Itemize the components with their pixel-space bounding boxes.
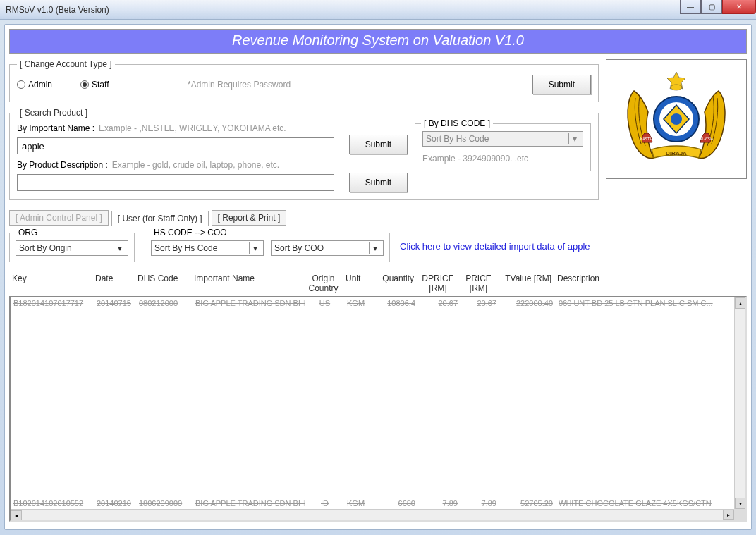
chevron-down-icon: ▾ [369,242,380,254]
dhs-legend: [ By DHS CODE ] [421,118,493,128]
product-desc-input[interactable] [17,174,334,191]
hscode-coo-filter-group: HS CODE --> COO Sort By Hs Code ▾ Sort B… [145,233,390,262]
chevron-down-icon: ▾ [249,242,260,254]
org-combo[interactable]: Sort By Origin ▾ [16,240,128,256]
svg-text:MALAYSIA: MALAYSIA [697,137,713,141]
search-name-submit-button[interactable]: Submit [349,135,408,154]
col-price[interactable]: PRICE [RM] [459,273,498,293]
radio-staff[interactable]: Staff [80,80,109,90]
table-row[interactable]: B182014107017717 20140715 080212000 BIG … [11,297,745,309]
admin-hint: *Admin Requires Password [188,80,524,90]
customs-emblem-icon: KASTAM MALAYSIA DIRAJA [613,66,740,172]
radio-admin[interactable]: Admin [17,80,52,90]
vertical-scrollbar[interactable]: ▴ ▾ [734,297,745,509]
col-desc[interactable]: Description [554,273,747,293]
hscode-combo[interactable]: Sort By Hs Code ▾ [151,240,264,256]
svg-point-2 [671,113,682,125]
col-key[interactable]: Key [9,273,92,293]
search-product-group: [ Search Product ] By Important Name : E… [9,108,599,200]
scroll-right-icon[interactable]: ▸ [723,510,734,520]
col-dhscode[interactable]: DHS Code [135,273,191,293]
dhs-hint: Example - 3924909090. .etc [422,154,583,164]
scroll-corner [734,509,745,520]
tab-user-staff[interactable]: [ User (for Staff Only) ] [111,211,209,226]
radio-staff-dot [80,80,89,89]
scroll-left-icon[interactable]: ◂ [11,510,22,521]
by-desc-hint: Example - gold, crude oil, laptop, phone… [112,160,279,170]
org-filter-group: ORG Sort By Origin ▾ [9,233,135,262]
important-name-input[interactable] [17,137,334,154]
col-tvalue[interactable]: TValue [RM] [498,273,554,293]
dhs-hscode-combo[interactable]: Sort By Hs Code ▾ [422,131,583,147]
col-unit[interactable]: Unit [343,273,374,293]
radio-admin-dot [17,80,25,89]
main-panel: Revenue Monitoring System on Valuation V… [4,24,752,530]
chevron-down-icon: ▾ [114,242,125,254]
dhs-code-group: [ By DHS CODE ] Sort By Hs Code ▾ Exampl… [415,123,591,171]
by-desc-label: By Product Description : [17,160,108,170]
search-legend: [ Search Product ] [17,108,90,118]
hscode-coo-legend: HS CODE --> COO [151,228,230,238]
maximize-button[interactable]: ▢ [701,0,722,14]
search-desc-submit-button[interactable]: Submit [349,173,408,192]
chevron-down-icon: ▾ [568,133,580,144]
scroll-down-icon[interactable]: ▾ [735,498,745,509]
account-legend: [ Change Account Type ] [17,59,115,69]
svg-text:KASTAM: KASTAM [640,137,654,141]
col-origin[interactable]: Origin Country [304,273,343,293]
window-titlebar: RMSoV v1.0 (Beta Version) — ▢ ✕ [0,0,756,20]
emblem-box: KASTAM MALAYSIA DIRAJA [606,59,747,179]
grid-body[interactable]: B182014107017717 20140715 080212000 BIG … [9,296,747,522]
table-row[interactable]: B102014102010552 20140210 1806209000 BIG… [11,498,734,509]
col-date[interactable]: Date [92,273,135,293]
account-submit-button[interactable]: Submit [532,75,591,94]
col-qty[interactable]: Quantity [374,273,417,293]
account-type-group: [ Change Account Type ] Admin Staff *Adm… [9,59,599,102]
by-name-label: By Important Name : [17,123,94,133]
coo-combo[interactable]: Sort By COO ▾ [271,240,384,256]
svg-text:DIRAJA: DIRAJA [666,150,687,156]
col-dprice[interactable]: DPRICE [RM] [417,273,459,293]
org-legend: ORG [16,228,40,238]
view-detail-link[interactable]: Click here to view detailed import data … [400,233,590,252]
app-banner: Revenue Monitoring System on Valuation V… [9,29,747,54]
tab-admin-panel[interactable]: [ Admin Control Panel ] [9,210,109,226]
minimize-button[interactable]: — [680,0,701,14]
by-name-hint: Example - ,NESTLE, WRIGLEY, YOKOHAMA etc… [99,123,286,133]
col-impname[interactable]: Important Name [191,273,304,293]
scroll-up-icon[interactable]: ▴ [735,297,745,309]
data-grid: Key Date DHS Code Important Name Origin … [9,271,747,522]
window-title: RMSoV v1.0 (Beta Version) [6,5,109,15]
tabs: [ Admin Control Panel ] [ User (for Staf… [9,210,747,226]
close-button[interactable]: ✕ [722,0,756,14]
tab-report-print[interactable]: [ Report & Print ] [212,210,287,226]
grid-header-row: Key Date DHS Code Important Name Origin … [9,271,747,296]
horizontal-scrollbar[interactable]: ◂ ▸ [11,509,745,520]
